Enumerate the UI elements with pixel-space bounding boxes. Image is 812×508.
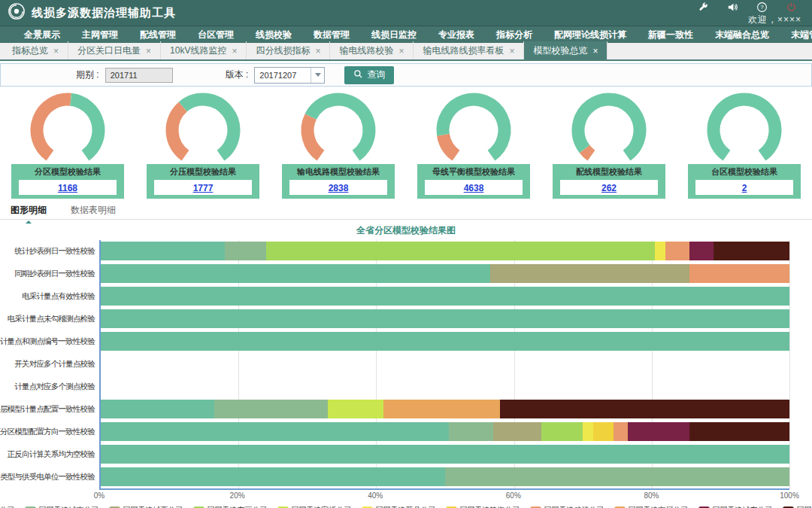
bar-segment xyxy=(101,422,449,441)
donut-value-link[interactable]: 2838 xyxy=(329,183,349,193)
legend-item-0[interactable]: 国网天津市电力公司 xyxy=(0,505,15,508)
legend-name: 国网天津城南公司 xyxy=(39,505,99,508)
close-icon[interactable]: × xyxy=(53,46,59,56)
legend-name: 国网天津市电力公司 xyxy=(0,505,15,508)
stacked-bar xyxy=(101,242,789,260)
category-label: 电采计量点未勾稽测点检验 xyxy=(0,308,99,330)
close-icon[interactable]: × xyxy=(315,46,320,56)
chevron-down-icon xyxy=(315,73,321,77)
legend-item-8[interactable]: 国网天津宁河公司 xyxy=(614,505,689,508)
legend-name: 国网天津静海公司 xyxy=(460,505,520,508)
doc-tab-4[interactable]: 输电线路校验× xyxy=(330,41,414,59)
chart-title: 全省分区模型校验结果图 xyxy=(0,220,812,240)
donut-value-link[interactable]: 1777 xyxy=(193,183,214,193)
nav-item-10[interactable]: 新疆一致性 xyxy=(648,29,693,41)
nav-item-7[interactable]: 专业报表 xyxy=(438,29,474,41)
legend-item-4[interactable]: 国网天津宝坻公司 xyxy=(277,505,352,508)
nav-item-4[interactable]: 线损校验 xyxy=(256,29,292,41)
search-icon xyxy=(353,69,363,81)
bar-row-0 xyxy=(101,240,789,263)
help-icon[interactable]: ? xyxy=(756,2,768,13)
nav-item-0[interactable]: 全景展示 xyxy=(24,29,60,41)
close-icon[interactable]: × xyxy=(146,46,151,56)
nav-item-3[interactable]: 台区管理 xyxy=(198,29,234,41)
doc-tab-6[interactable]: 模型校验总览× xyxy=(524,41,607,59)
bar-segment xyxy=(214,400,328,418)
legend-item-9[interactable]: 国网天津城东公司 xyxy=(698,505,773,508)
doc-tab-5[interactable]: 输电线路线损率看板× xyxy=(414,41,524,59)
doc-tab-label: 输电线路线损率看板 xyxy=(423,44,504,57)
donut-label-band: 输电线路模型校验结果2838 xyxy=(282,164,395,199)
speaker-icon[interactable] xyxy=(727,2,738,13)
bar-segment xyxy=(445,467,789,486)
close-icon[interactable]: × xyxy=(509,46,514,56)
donut-value-link[interactable]: 4638 xyxy=(464,183,484,193)
donut-cell-1: 分压模型校验结果1777 xyxy=(135,90,271,199)
category-label: 正反向计算关系均为空校验 xyxy=(0,443,99,466)
nav-item-5[interactable]: 数据管理 xyxy=(314,29,350,41)
doc-tab-1[interactable]: 分区关口日电量× xyxy=(68,41,161,59)
bar-segment xyxy=(689,242,714,260)
x-tick-label: 0% xyxy=(94,491,105,500)
period-input[interactable] xyxy=(105,68,173,83)
legend-item-6[interactable]: 国网天津静海公司 xyxy=(446,505,520,508)
bar-segment xyxy=(500,400,789,418)
version-select[interactable]: 20171207 xyxy=(254,67,325,84)
legend-item-10[interactable]: 国网天津滨海公司 xyxy=(783,505,812,508)
power-icon[interactable] xyxy=(786,2,797,13)
close-icon[interactable]: × xyxy=(232,46,237,56)
bar-segment xyxy=(101,332,789,351)
legend-name: 国网天津东丽公司 xyxy=(208,505,268,508)
nav-item-8[interactable]: 指标分析 xyxy=(496,29,532,41)
x-tick-label: 40% xyxy=(368,491,383,500)
legend-item-7[interactable]: 国网天津武清公司 xyxy=(530,505,604,508)
bar-segment xyxy=(593,422,614,441)
donut-cell-0: 分区模型校验结果1168 xyxy=(0,90,135,199)
category-label: 分压分区模型配置方向一致性校验 xyxy=(0,421,99,443)
legend-name: 国网天津宁河公司 xyxy=(629,505,689,508)
nav-item-9[interactable]: 配网理论线损计算 xyxy=(554,29,626,41)
document-tabstrip: 指标总览×分区关口日电量×10kV线路监控×四分线损指标×输电线路校验×输电线路… xyxy=(0,43,812,61)
nav-item-2[interactable]: 配线管理 xyxy=(140,29,176,41)
search-button[interactable]: 查询 xyxy=(344,66,394,84)
gauge-chart xyxy=(292,90,384,166)
legend-item-5[interactable]: 国网天津蓟县公司 xyxy=(362,505,436,508)
nav-item-6[interactable]: 线损日监控 xyxy=(371,29,417,41)
search-button-label: 查询 xyxy=(367,68,385,81)
donut-value-box: 2838 xyxy=(289,180,387,195)
nav-item-12[interactable]: 末端管理指标 xyxy=(791,29,812,41)
close-icon[interactable]: × xyxy=(592,46,598,56)
x-tick-label: 100% xyxy=(780,491,799,500)
legend-item-1[interactable]: 国网天津城南公司 xyxy=(25,505,99,508)
nav-item-1[interactable]: 主网管理 xyxy=(82,29,118,41)
legend-item-2[interactable]: 国网天津城西公司 xyxy=(109,505,183,508)
detail-tabs: 图形明细数据表明细 xyxy=(0,202,812,220)
legend-item-3[interactable]: 国网天津东丽公司 xyxy=(193,505,268,508)
bar-segment xyxy=(493,422,541,441)
wrench-icon[interactable] xyxy=(698,2,709,13)
bar-segment xyxy=(101,400,214,418)
donut-value-link[interactable]: 2 xyxy=(742,183,747,193)
donut-value-link[interactable]: 262 xyxy=(601,183,617,193)
stacked-bar xyxy=(101,287,789,306)
bar-row-5 xyxy=(101,353,789,376)
stacked-bar xyxy=(101,332,789,351)
doc-tab-3[interactable]: 四分线损指标× xyxy=(247,41,330,59)
category-label: 同期抄表例日一致性校验 xyxy=(0,263,99,285)
bar-segment xyxy=(225,242,266,260)
legend-name: 国网天津城东公司 xyxy=(713,505,773,508)
doc-tab-label: 模型校验总览 xyxy=(533,44,587,57)
detail-tab-1[interactable]: 数据表明细 xyxy=(69,201,117,220)
chart-bars-area xyxy=(99,240,789,490)
bar-row-7 xyxy=(101,398,789,421)
nav-item-11[interactable]: 末端融合总览 xyxy=(715,29,769,41)
close-icon[interactable]: × xyxy=(398,46,404,56)
detail-tab-0[interactable]: 图形明细 xyxy=(9,201,48,220)
bar-row-3 xyxy=(101,308,789,330)
doc-tab-0[interactable]: 指标总览× xyxy=(3,41,68,59)
bar-row-1 xyxy=(101,263,789,285)
bar-segment xyxy=(665,242,689,260)
bar-segment xyxy=(541,422,583,441)
doc-tab-2[interactable]: 10kV线路监控× xyxy=(161,41,247,59)
donut-value-link[interactable]: 1168 xyxy=(58,183,77,193)
